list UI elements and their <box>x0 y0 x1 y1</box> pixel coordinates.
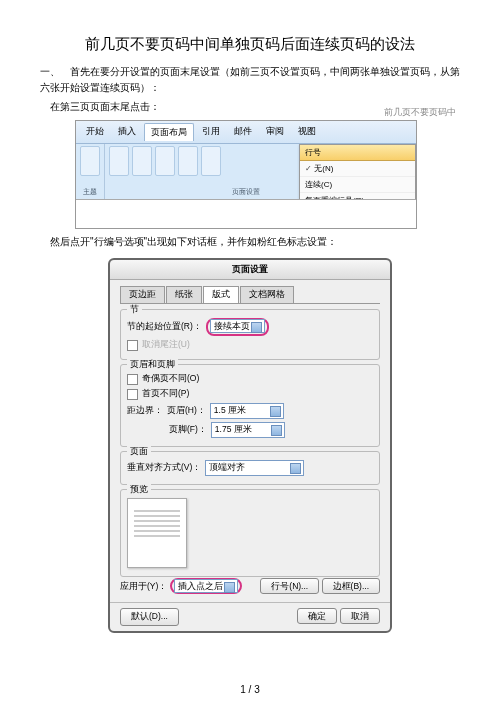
group-themes: 主题 <box>76 144 105 199</box>
ribbon-tabs: 开始 插入 页面布局 引用 邮件 审阅 视图 <box>76 121 416 144</box>
tab-view[interactable]: 视图 <box>292 123 322 141</box>
dialog-title: 页面设置 <box>110 260 390 280</box>
window-title-fragment: 前几页不要页码中 <box>384 106 456 119</box>
doc-title: 前几页不要页码中间单独页码后面连续页码的设法 <box>40 35 460 54</box>
tab-page-layout[interactable]: 页面布局 <box>144 123 194 141</box>
footer-distance-input[interactable]: 1.75 厘米 <box>211 422 285 438</box>
line-number-menu: 行号 无(N) 连续(C) 每页重编行号(R) 每节重编行号(E) 禁止用于当前… <box>299 144 416 199</box>
word-ribbon: 开始 插入 页面布局 引用 邮件 审阅 视图 主题 页面设置 稿纸 行号 无(N… <box>75 120 417 229</box>
columns-icon[interactable] <box>201 146 221 176</box>
preview-page-icon <box>127 498 187 568</box>
size-icon[interactable] <box>178 146 198 176</box>
paragraph-3: 然后点开"行编号选项"出现如下对话框，并作如粉红色标志设置： <box>40 234 460 250</box>
cancel-button[interactable]: 取消 <box>340 608 380 624</box>
vertical-align-select[interactable]: 顶端对齐 <box>205 460 304 476</box>
menu-none[interactable]: 无(N) <box>300 161 415 177</box>
header-footer-group: 页眉和页脚 奇偶页不同(O) 首页不同(P) 距边界：页眉(H)：1.5 厘米 … <box>120 364 380 447</box>
odd-even-checkbox[interactable] <box>127 374 138 385</box>
page-group: 页面 垂直对齐方式(V)：顶端对齐 <box>120 451 380 485</box>
section-group: 节 节的起始位置(R)： 接续本页 取消尾注(U) <box>120 309 380 360</box>
line-numbers-button[interactable]: 行号(N)... <box>260 578 319 594</box>
borders-button[interactable]: 边框(B)... <box>322 578 380 594</box>
menu-restart-page[interactable]: 每页重编行号(R) <box>300 193 415 199</box>
orientation-icon[interactable] <box>155 146 175 176</box>
ok-button[interactable]: 确定 <box>297 608 337 624</box>
tab-insert[interactable]: 插入 <box>112 123 142 141</box>
themes-icon[interactable] <box>80 146 100 176</box>
dialog-tabs: 页边距 纸张 版式 文档网格 <box>120 286 380 304</box>
preview-group: 预览 <box>120 489 380 577</box>
tab-grid[interactable]: 文档网格 <box>240 286 294 303</box>
menu-header[interactable]: 行号 <box>300 145 415 161</box>
tab-review[interactable]: 审阅 <box>260 123 290 141</box>
suppress-endnotes-label: 取消尾注(U) <box>142 339 190 351</box>
document-canvas <box>76 199 416 228</box>
apply-to-select[interactable]: 插入点之后 <box>174 579 238 593</box>
tab-margins[interactable]: 页边距 <box>120 286 165 303</box>
page-number: 1 / 3 <box>0 684 500 695</box>
section-start-select[interactable]: 接续本页 <box>210 319 265 333</box>
suppress-endnotes-checkbox <box>127 340 138 351</box>
section-start-label: 节的起始位置(R)： <box>127 321 202 333</box>
default-button[interactable]: 默认(D)... <box>120 608 179 626</box>
tab-paper[interactable]: 纸张 <box>166 286 202 303</box>
tab-home[interactable]: 开始 <box>80 123 110 141</box>
menu-continuous[interactable]: 连续(C) <box>300 177 415 193</box>
header-distance-input[interactable]: 1.5 厘米 <box>210 403 284 419</box>
paragraph-1: 一、 首先在要分开设置的页面末尾设置（如前三页不设置页码，中间两张单独设置页码，… <box>40 64 460 96</box>
page-setup-dialog: 页面设置 页边距 纸张 版式 文档网格 节 节的起始位置(R)： 接续本页 取消… <box>108 258 392 633</box>
ribbon-body: 主题 页面设置 稿纸 行号 无(N) 连续(C) 每页重编行号(R) 每节重编行… <box>76 144 416 199</box>
tab-layout[interactable]: 版式 <box>203 286 239 303</box>
tab-mailings[interactable]: 邮件 <box>228 123 258 141</box>
text-direction-icon[interactable] <box>109 146 129 176</box>
margins-icon[interactable] <box>132 146 152 176</box>
first-page-checkbox[interactable] <box>127 389 138 400</box>
tab-references[interactable]: 引用 <box>196 123 226 141</box>
